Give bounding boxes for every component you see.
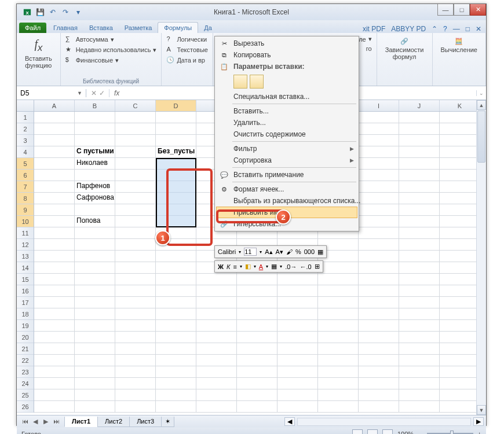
row-header-7[interactable]: 7: [17, 181, 34, 193]
cell-G16[interactable]: [277, 285, 318, 297]
cell-K24[interactable]: [440, 378, 480, 389]
cell-B14[interactable]: [75, 262, 115, 274]
menu-delete[interactable]: Удалить...: [216, 117, 357, 128]
cell-G17[interactable]: [277, 297, 318, 308]
cell-I15[interactable]: [359, 274, 399, 285]
cell-G19[interactable]: [277, 320, 318, 332]
row-header-9[interactable]: 9: [17, 204, 34, 216]
redo-icon[interactable]: ↷: [61, 8, 70, 17]
tab-abbyy[interactable]: ABBYY PD: [391, 25, 426, 33]
cell-I10[interactable]: [359, 216, 399, 227]
tab-foxit[interactable]: xit PDF: [363, 25, 385, 33]
col-header-C[interactable]: C: [115, 100, 156, 111]
cell-C22[interactable]: [115, 355, 156, 366]
tab-home[interactable]: Главная: [48, 23, 83, 33]
cell-D26[interactable]: [156, 401, 196, 413]
cell-D4[interactable]: Без_пусты: [156, 146, 196, 158]
cell-K2[interactable]: [440, 123, 480, 135]
cell-F23[interactable]: [237, 366, 277, 378]
view-break-icon[interactable]: [382, 429, 393, 434]
cell-C9[interactable]: [115, 204, 156, 216]
cell-C25[interactable]: [115, 389, 156, 401]
cell-I20[interactable]: [359, 332, 399, 343]
cell-F21[interactable]: [237, 343, 277, 355]
cell-E22[interactable]: [196, 355, 237, 366]
cell-A17[interactable]: [34, 297, 75, 308]
cell-F19[interactable]: [237, 320, 277, 332]
cell-A19[interactable]: [34, 320, 75, 332]
cell-I24[interactable]: [359, 378, 399, 389]
menu-paste-special[interactable]: Специальная вставка...: [216, 91, 357, 102]
cell-C13[interactable]: [115, 251, 156, 262]
namebox-dropdown-icon[interactable]: ▼: [77, 90, 82, 96]
cell-I9[interactable]: [359, 204, 399, 216]
cell-D24[interactable]: [156, 378, 196, 389]
qat-dropdown-icon[interactable]: ▾: [74, 8, 83, 17]
cell-K9[interactable]: [440, 204, 480, 216]
cell-J3[interactable]: [399, 135, 440, 146]
mini-font-name[interactable]: Calibri: [218, 248, 236, 255]
row-header-8[interactable]: 8: [17, 193, 34, 204]
cell-K3[interactable]: [440, 135, 480, 146]
menu-insert[interactable]: Вставить...: [216, 105, 357, 117]
cell-B17[interactable]: [75, 297, 115, 308]
row-header-19[interactable]: 19: [17, 320, 34, 332]
row-header-11[interactable]: 11: [17, 227, 34, 239]
cell-E19[interactable]: [196, 320, 237, 332]
cell-C10[interactable]: [115, 216, 156, 227]
undo-icon[interactable]: ↶: [48, 8, 57, 17]
cell-B26[interactable]: [75, 401, 115, 413]
cell-D3[interactable]: [156, 135, 196, 146]
cell-J4[interactable]: [399, 146, 440, 158]
cell-J13[interactable]: [399, 251, 440, 262]
select-all-corner[interactable]: [17, 100, 34, 111]
cell-A6[interactable]: [34, 170, 75, 181]
zoom-in-icon[interactable]: +: [478, 431, 481, 434]
sheet-nav-next-icon[interactable]: ▶: [41, 418, 50, 425]
cell-C6[interactable]: [115, 170, 156, 181]
cell-H18[interactable]: [318, 308, 359, 320]
cell-D18[interactable]: [156, 308, 196, 320]
row-header-2[interactable]: 2: [17, 123, 34, 135]
cell-B22[interactable]: [75, 355, 115, 366]
cell-K14[interactable]: [440, 262, 480, 274]
cell-J5[interactable]: [399, 158, 440, 170]
vertical-scrollbar[interactable]: ▲ ▼: [476, 100, 486, 415]
cell-J17[interactable]: [399, 297, 440, 308]
cell-B18[interactable]: [75, 308, 115, 320]
cell-K17[interactable]: [440, 297, 480, 308]
cell-I6[interactable]: [359, 170, 399, 181]
scroll-thumb[interactable]: [477, 111, 485, 163]
cell-J26[interactable]: [399, 401, 440, 413]
cell-I25[interactable]: [359, 389, 399, 401]
cell-A26[interactable]: [34, 401, 75, 413]
cell-K16[interactable]: [440, 285, 480, 297]
cell-H19[interactable]: [318, 320, 359, 332]
tab-file[interactable]: Файл: [19, 23, 46, 33]
cell-A25[interactable]: [34, 389, 75, 401]
cell-I17[interactable]: [359, 297, 399, 308]
cell-I23[interactable]: [359, 366, 399, 378]
cell-B24[interactable]: [75, 378, 115, 389]
doc-restore-icon[interactable]: □: [466, 25, 470, 33]
cell-A3[interactable]: [34, 135, 75, 146]
cell-K20[interactable]: [440, 332, 480, 343]
cell-A14[interactable]: [34, 262, 75, 274]
menu-sort[interactable]: Сортировка▶: [216, 155, 357, 166]
row-header-20[interactable]: 20: [17, 332, 34, 343]
row-header-12[interactable]: 12: [17, 239, 34, 251]
menu-cut[interactable]: ✂Вырезать: [216, 38, 357, 49]
row-header-18[interactable]: 18: [17, 308, 34, 320]
cell-C5[interactable]: [115, 158, 156, 170]
cell-K10[interactable]: [440, 216, 480, 227]
cell-J14[interactable]: [399, 262, 440, 274]
formula-deps-button[interactable]: 🔗 Зависимости формул: [382, 35, 428, 62]
cell-D21[interactable]: [156, 343, 196, 355]
cell-D13[interactable]: [156, 251, 196, 262]
cell-A11[interactable]: [34, 227, 75, 239]
menu-copy[interactable]: ⧉Копировать: [216, 49, 357, 61]
cell-F20[interactable]: [237, 332, 277, 343]
row-header-1[interactable]: 1: [17, 112, 34, 123]
menu-format-cells[interactable]: ⚙Формат ячеек...: [216, 183, 357, 195]
sheet-tab-1[interactable]: Лист1: [64, 417, 98, 427]
